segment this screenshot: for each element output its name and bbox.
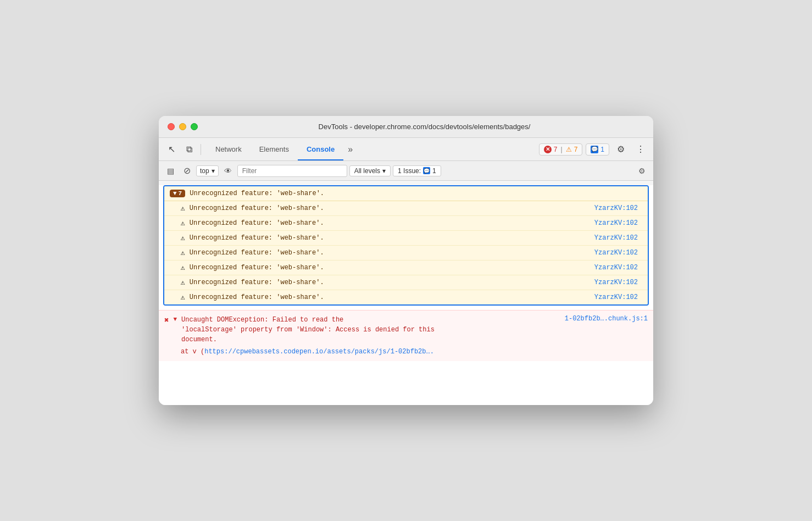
- settings-icon-btn[interactable]: ⚙: [613, 141, 629, 158]
- titlebar-title: DevTools - developer.chrome.com/docs/dev…: [204, 123, 644, 131]
- error-circle-icon: ✕: [544, 146, 552, 153]
- source-link-2[interactable]: YzarzKV:102: [594, 219, 642, 227]
- error-line1-row: Uncaught DOMException: Failed to read th…: [181, 315, 648, 325]
- toolbar-divider: [201, 144, 201, 155]
- source-link-1[interactable]: YzarzKV:102: [594, 204, 642, 212]
- clear-icon: ⊘: [183, 165, 191, 176]
- error-stack: at v (https://cpwebassets.codepen.io/ass…: [164, 347, 648, 357]
- warning-row-6: ⚠️ Unrecognized feature: 'web-share'. Yz…: [164, 275, 648, 290]
- warning-group-count: 7: [179, 190, 182, 197]
- error-line2-row: 'localStorage' property from 'Window': A…: [181, 325, 648, 335]
- close-button[interactable]: [168, 123, 175, 130]
- eye-icon: 👁: [224, 167, 232, 175]
- warning-text-5: Unrecognized feature: 'web-share'.: [190, 264, 590, 271]
- info-count: 1: [600, 146, 604, 153]
- log-levels-btn[interactable]: All levels ▾: [349, 165, 391, 176]
- warning-group-message: Unrecognized feature: 'web-share'.: [190, 190, 324, 197]
- warning-row-2: ⚠️ Unrecognized feature: 'web-share'. Yz…: [164, 216, 648, 231]
- error-section: ✖ ▼ Uncaught DOMException: Failed to rea…: [159, 310, 653, 361]
- warning-row-7: ⚠️ Unrecognized feature: 'web-share'. Yz…: [164, 290, 648, 304]
- issues-count: 1: [432, 167, 436, 175]
- warning-row-1: ⚠️ Unrecognized feature: 'web-share'. Yz…: [164, 201, 648, 216]
- warning-icon-2: ⚠️: [181, 219, 185, 228]
- warning-icon-1: ⚠️: [181, 204, 185, 213]
- devtools-window: DevTools - developer.chrome.com/docs/dev…: [159, 116, 653, 405]
- devtools-toolbar: ↖ ⧉ Network Elements Console » ✕ 7 |: [159, 138, 653, 161]
- devtools-tabs: Network Elements Console »: [207, 138, 357, 160]
- warning-count: 7: [574, 146, 578, 153]
- expand-icon[interactable]: ▼: [173, 316, 177, 323]
- clear-console-btn[interactable]: ⊘: [180, 164, 194, 178]
- error-stack-link[interactable]: https://cpwebassets.codepen.io/assets/pa…: [204, 348, 434, 356]
- all-levels-label: All levels: [354, 167, 380, 175]
- error-line2: 'localStorage' property from 'Window': A…: [181, 326, 435, 334]
- console-toolbar-right: ⚙: [635, 164, 649, 178]
- error-header-row: ✖ ▼ Uncaught DOMException: Failed to rea…: [164, 315, 648, 345]
- more-vert-icon: ⋮: [636, 144, 645, 154]
- info-badge-btn[interactable]: 💬 1: [586, 143, 609, 156]
- warning-row-5: ⚠️ Unrecognized feature: 'web-share'. Yz…: [164, 260, 648, 275]
- warning-count-badge: ▼ 7: [170, 190, 185, 197]
- error-stack-prefix: at v (: [181, 348, 204, 356]
- sidebar-icon: ▤: [167, 167, 174, 175]
- warning-text-4: Unrecognized feature: 'web-share'.: [190, 249, 590, 257]
- source-link-6[interactable]: YzarzKV:102: [594, 279, 642, 286]
- more-menu-btn[interactable]: ⋮: [632, 141, 649, 158]
- error-icon: ✖: [164, 315, 169, 325]
- info-icon: 💬: [591, 146, 598, 153]
- source-link-3[interactable]: YzarzKV:102: [594, 234, 642, 242]
- warn-triangle-icon: ⚠: [566, 146, 572, 153]
- error-count: 7: [554, 146, 558, 153]
- warning-icon-4: ⚠️: [181, 248, 185, 257]
- error-line1: Uncaught DOMException: Failed to read th…: [181, 315, 343, 325]
- warning-icon-5: ⚠️: [181, 263, 185, 272]
- titlebar: DevTools - developer.chrome.com/docs/dev…: [159, 116, 653, 138]
- warning-icon-7: ⚠️: [181, 293, 185, 302]
- warning-group-header[interactable]: ▼ 7 Unrecognized feature: 'web-share'.: [164, 186, 648, 201]
- collapse-icon: ▼: [173, 190, 177, 197]
- eye-btn[interactable]: 👁: [221, 164, 235, 178]
- warning-text-1: Unrecognized feature: 'web-share'.: [190, 204, 590, 212]
- levels-chevron-icon: ▾: [382, 167, 386, 175]
- warning-icon-6: ⚠️: [181, 278, 185, 287]
- warning-group: ▼ 7 Unrecognized feature: 'web-share'. ⚠…: [163, 185, 649, 306]
- error-badge-btn[interactable]: ✕ 7 | ⚠ 7: [539, 143, 583, 156]
- source-link-7[interactable]: YzarzKV:102: [594, 293, 642, 301]
- filter-input[interactable]: [237, 165, 347, 177]
- source-link-5[interactable]: YzarzKV:102: [594, 264, 642, 271]
- source-link-4[interactable]: YzarzKV:102: [594, 249, 642, 257]
- console-toolbar: ▤ ⊘ top ▾ 👁 All levels ▾ 1 Issue: 💬 1 ⚙: [159, 161, 653, 181]
- issues-label: 1 Issue:: [398, 167, 421, 175]
- cursor-icon-btn[interactable]: ↖: [163, 141, 180, 158]
- console-settings-btn[interactable]: ⚙: [635, 164, 649, 178]
- layers-icon-btn[interactable]: ⧉: [181, 141, 197, 158]
- warning-text-2: Unrecognized feature: 'web-share'.: [190, 219, 590, 227]
- tab-network[interactable]: Network: [207, 138, 251, 160]
- chevron-down-icon: ▾: [212, 167, 215, 175]
- top-label: top: [200, 167, 209, 175]
- sidebar-toggle-btn[interactable]: ▤: [163, 164, 177, 178]
- warning-text-6: Unrecognized feature: 'web-share'.: [190, 279, 590, 286]
- gear-icon: ⚙: [617, 144, 625, 154]
- warning-icon-3: ⚠️: [181, 234, 185, 242]
- tab-console[interactable]: Console: [298, 138, 343, 160]
- console-gear-icon: ⚙: [638, 167, 646, 175]
- context-selector[interactable]: top ▾: [196, 165, 219, 176]
- minimize-button[interactable]: [179, 123, 186, 130]
- error-line3-row: document.: [181, 335, 648, 345]
- console-content: ▼ 7 Unrecognized feature: 'web-share'. ⚠…: [159, 185, 653, 405]
- warning-text-7: Unrecognized feature: 'web-share'.: [190, 293, 590, 301]
- cursor-icon: ↖: [168, 144, 175, 154]
- error-body: Uncaught DOMException: Failed to read th…: [181, 315, 648, 345]
- error-source-link[interactable]: 1-02bfb2b….chunk.js:1: [565, 315, 648, 325]
- issues-info-icon: 💬: [423, 167, 430, 174]
- traffic-lights: [168, 123, 198, 130]
- layers-icon: ⧉: [186, 145, 192, 154]
- warning-row-4: ⚠️ Unrecognized feature: 'web-share'. Yz…: [164, 246, 648, 260]
- warning-text-3: Unrecognized feature: 'web-share'.: [190, 234, 590, 242]
- tab-elements[interactable]: Elements: [251, 138, 298, 160]
- more-tabs-btn[interactable]: »: [343, 138, 357, 160]
- error-line3: document.: [181, 336, 217, 343]
- maximize-button[interactable]: [191, 123, 198, 130]
- issues-btn[interactable]: 1 Issue: 💬 1: [393, 165, 441, 176]
